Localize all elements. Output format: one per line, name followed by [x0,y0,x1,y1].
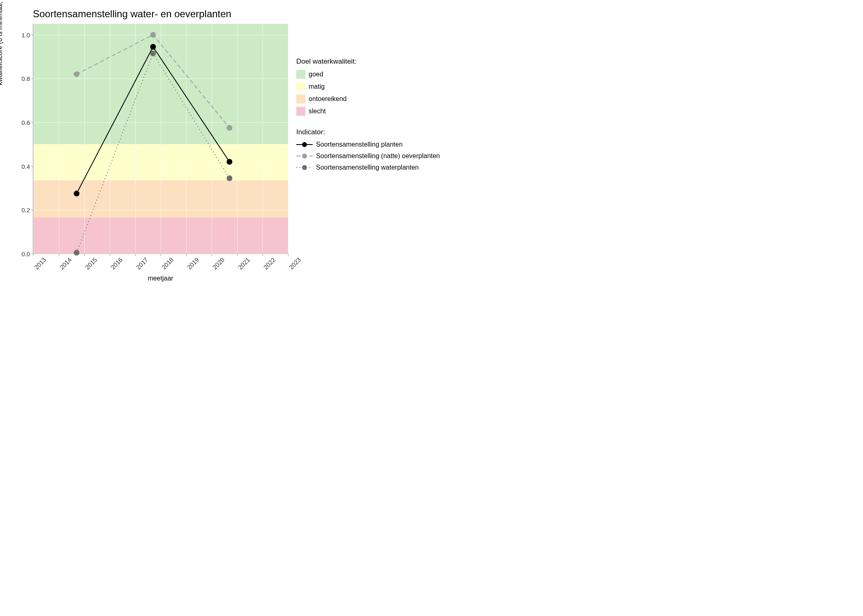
legend-indicator-item: Soortensamenstelling (natte) oeverplante… [296,152,440,160]
legend: Doel waterkwaliteit: goedmatigontoereike… [296,57,440,184]
x-tick-label: 2021 [234,254,251,271]
legend-swatch [296,70,305,79]
legend-quality-group: Doel waterkwaliteit: goedmatigontoereike… [296,57,440,116]
legend-swatch [296,94,305,103]
series-line [76,47,229,193]
legend-label: ontoereikend [309,95,347,103]
legend-quality-item-ontoereikend: ontoereikend [296,94,440,103]
x-tick-label: 2014 [56,254,73,271]
data-point [150,32,156,38]
chart-title: Soortensamenstelling water- en oeverplan… [33,8,288,20]
y-tick-label: 0.4 [21,163,33,170]
legend-label: Soortensamenstelling waterplanten [316,164,419,171]
data-point [74,191,79,196]
x-tick-label: 2017 [132,254,149,271]
legend-label: slecht [309,108,326,115]
legend-swatch [296,107,305,116]
data-point [226,125,232,131]
legend-line-sample [296,163,313,172]
x-tick-label: 2023 [285,254,302,271]
legend-quality-item-goed: goed [296,70,440,79]
legend-indicator-item: Soortensamenstelling planten [296,140,440,149]
legend-swatch [296,82,305,91]
chart-area: Soortensamenstelling water- en oeverplan… [8,8,288,282]
y-tick-label: 0.6 [21,119,33,126]
x-axis-label: meetjaar [33,275,288,282]
legend-indicator-group: Indicator: Soortensamenstelling plantenS… [296,128,440,172]
legend-label: matig [309,83,325,90]
y-tick-label: 0.8 [21,75,33,82]
data-point [150,44,156,50]
legend-indicator-title: Indicator: [296,128,440,136]
y-tick-label: 0.0 [21,251,33,257]
series-overlay [33,24,288,254]
data-point [74,250,79,255]
chart-container: Soortensamenstelling water- en oeverplan… [8,8,855,282]
x-tick-label: 2016 [107,254,124,271]
x-tick-label: 2015 [81,254,98,271]
svg-point-1 [302,142,307,147]
svg-point-3 [302,154,307,159]
x-tick-label: 2018 [158,254,175,271]
y-axis-label: kwaliteitscore (0 is minimaal, 1 is maxi… [0,0,4,85]
legend-line-sample [296,140,313,149]
legend-line-sample [296,152,313,160]
legend-label: Soortensamenstelling planten [316,141,403,148]
series-line [76,53,229,253]
y-tick-label: 1.0 [21,31,33,38]
plot-region: 0.00.20.40.60.81.02013201420152016201720… [33,24,288,254]
legend-quality-title: Doel waterkwaliteit: [296,57,440,66]
legend-quality-item-matig: matig [296,82,440,91]
x-tick-label: 2022 [260,254,277,271]
data-point [226,175,232,181]
legend-indicator-item: Soortensamenstelling waterplanten [296,163,440,172]
legend-label: Soortensamenstelling (natte) oeverplante… [316,152,440,160]
grid-line-v [288,24,288,254]
x-tick-label: 2020 [209,254,226,271]
legend-quality-item-slecht: slecht [296,107,440,116]
data-point [150,51,156,56]
x-tick-label: 2019 [183,254,200,271]
y-tick-label: 0.2 [21,207,33,214]
svg-point-5 [302,165,307,170]
legend-label: goed [309,71,323,78]
data-point [226,159,232,165]
data-point [74,71,79,77]
